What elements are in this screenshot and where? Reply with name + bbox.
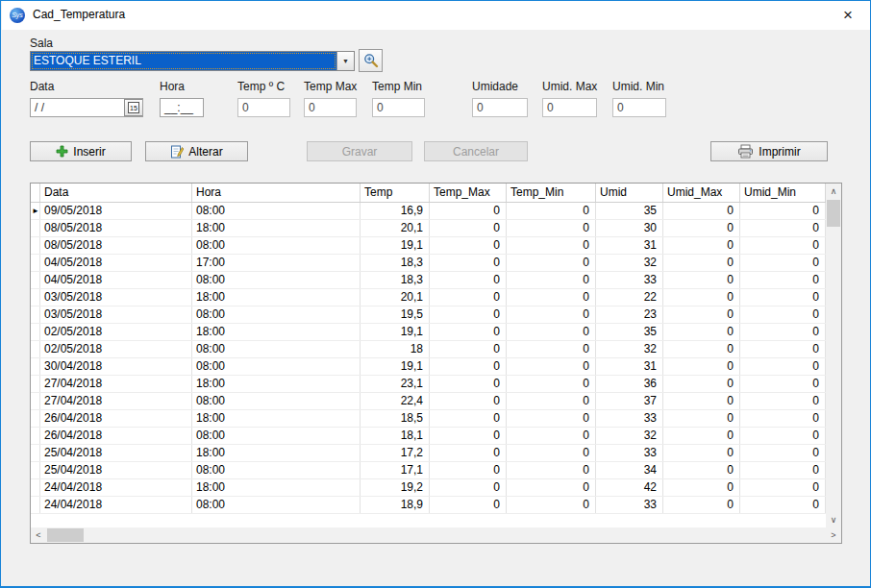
imprimir-label: Imprimir	[759, 145, 800, 159]
temp-min-input[interactable]: 0	[372, 98, 425, 117]
cell-data: 03/05/2018	[40, 289, 192, 306]
cell-hora: 17:00	[192, 255, 361, 271]
combo-dropdown-button[interactable]: ▼	[336, 52, 354, 70]
temp-input[interactable]: 0	[237, 98, 290, 117]
hora-input[interactable]: __:__	[160, 98, 204, 117]
vertical-scroll-thumb[interactable]	[827, 200, 840, 227]
cell-data: 08/05/2018	[40, 237, 192, 254]
cell-umid_min: 0	[740, 445, 826, 461]
temp-max-label: Temp Max	[304, 80, 357, 93]
cell-umid_min: 0	[740, 410, 826, 427]
table-row[interactable]: 27/04/201818:0023,1003600	[31, 376, 841, 393]
indicator-column-header	[31, 184, 40, 202]
row-indicator-cell	[31, 479, 40, 496]
cell-temp_max: 0	[430, 376, 507, 392]
cell-temp: 20,1	[361, 289, 430, 306]
scroll-up-arrow-icon[interactable]: ∧	[826, 184, 841, 199]
table-row[interactable]: 04/05/201817:0018,3003200	[31, 255, 841, 272]
cell-data: 26/04/2018	[40, 410, 192, 427]
cell-data: 08/05/2018	[40, 220, 192, 236]
calendar-button[interactable]: 15	[124, 99, 142, 116]
cell-temp_min: 0	[507, 462, 596, 478]
cell-umid: 32	[596, 428, 663, 444]
row-indicator-cell	[31, 255, 40, 271]
cell-temp_min: 0	[507, 324, 596, 340]
cell-data: 03/05/2018	[40, 306, 192, 323]
cell-temp_max: 0	[430, 445, 507, 461]
umid-max-input[interactable]: 0	[542, 98, 597, 117]
row-indicator-cell	[31, 341, 40, 357]
row-indicator-cell	[31, 410, 40, 427]
table-row[interactable]: 04/05/201808:0018,3003300	[31, 272, 841, 289]
close-button[interactable]: ×	[834, 3, 862, 28]
cell-data: 04/05/2018	[40, 272, 192, 288]
umidade-input[interactable]: 0	[472, 98, 528, 117]
cell-temp_max: 0	[430, 306, 507, 323]
cell-temp: 18,1	[361, 428, 430, 444]
row-indicator-cell	[31, 358, 40, 375]
horizontal-scroll-thumb[interactable]	[47, 528, 84, 542]
table-row[interactable]: 24/04/201818:0019,2004200	[31, 479, 841, 497]
inserir-button[interactable]: Inserir	[30, 141, 132, 161]
alterar-button[interactable]: Alterar	[145, 141, 248, 161]
cell-umid_max: 0	[663, 272, 740, 288]
hora-mask-value: __:__	[164, 101, 193, 114]
cell-umid_min: 0	[740, 272, 826, 288]
scroll-left-arrow-icon[interactable]: <	[31, 527, 46, 543]
cell-umid: 31	[596, 237, 663, 254]
calendar-icon: 15	[128, 102, 139, 113]
horizontal-scrollbar[interactable]: < >	[31, 527, 841, 543]
cell-temp_min: 0	[507, 376, 596, 392]
window-title: Cad_Temperatura	[33, 8, 125, 21]
table-row[interactable]: 26/04/201808:0018,1003200	[31, 428, 841, 445]
column-header-temp_max: Temp_Max	[430, 184, 507, 202]
table-row[interactable]: 08/05/201808:0019,1003100	[31, 237, 841, 255]
scroll-right-arrow-icon[interactable]: >	[826, 527, 841, 543]
row-indicator-cell	[31, 324, 40, 340]
cell-temp: 18	[361, 341, 430, 357]
cell-umid: 32	[596, 341, 663, 357]
data-input[interactable]: / / 15	[30, 98, 143, 117]
titlebar: Sys Cad_Temperatura ×	[2, 1, 870, 30]
table-row[interactable]: 03/05/201808:0019,5002300	[31, 306, 841, 324]
cell-temp: 19,1	[361, 237, 430, 254]
sala-combobox[interactable]: ESTOQUE ESTERIL ▼	[30, 51, 355, 71]
row-indicator-cell	[31, 462, 40, 478]
cell-temp_min: 0	[507, 306, 596, 323]
table-row[interactable]: 25/04/201818:0017,2003300	[31, 445, 841, 462]
cell-temp: 19,1	[361, 324, 430, 340]
scroll-down-arrow-icon[interactable]: ∨	[826, 512, 841, 527]
cell-hora: 08:00	[192, 358, 361, 375]
cell-hora: 18:00	[192, 410, 361, 427]
table-row[interactable]: ►09/05/201808:0016,9003500	[31, 203, 841, 220]
umid-min-input[interactable]: 0	[612, 98, 666, 117]
lookup-button[interactable]	[359, 49, 383, 72]
table-row[interactable]: 02/05/201818:0019,1003500	[31, 324, 841, 341]
table-row[interactable]: 08/05/201818:0020,1003000	[31, 220, 841, 237]
records-grid: DataHoraTempTemp_MaxTemp_MinUmidUmid_Max…	[30, 183, 842, 544]
cell-temp_max: 0	[430, 341, 507, 357]
imprimir-button[interactable]: Imprimir	[710, 141, 828, 161]
table-row[interactable]: 02/05/201808:0018003200	[31, 341, 841, 358]
table-row[interactable]: 30/04/201808:0019,1003100	[31, 358, 841, 376]
cell-temp: 19,2	[361, 479, 430, 496]
sala-label: Sala	[30, 37, 53, 50]
cell-temp_min: 0	[507, 237, 596, 254]
table-row[interactable]: 25/04/201808:0017,1003400	[31, 462, 841, 479]
umid-max-label: Umid. Max	[542, 80, 597, 93]
table-row[interactable]: 03/05/201818:0020,1002200	[31, 289, 841, 306]
cell-hora: 08:00	[192, 428, 361, 444]
cell-temp_max: 0	[430, 289, 507, 306]
table-row[interactable]: 27/04/201808:0022,4003700	[31, 393, 841, 410]
vertical-scrollbar[interactable]: ∧ ∨	[826, 184, 841, 527]
cell-umid_max: 0	[663, 393, 740, 409]
cell-temp_max: 0	[430, 237, 507, 254]
table-row[interactable]: 26/04/201818:0018,5003300	[31, 410, 841, 428]
alterar-label: Alterar	[188, 145, 222, 159]
table-row[interactable]: 24/04/201808:0018,9003300	[31, 497, 841, 514]
cell-umid_max: 0	[663, 237, 740, 254]
temp-max-input[interactable]: 0	[304, 98, 357, 117]
cell-umid: 32	[596, 255, 663, 271]
cell-umid_max: 0	[663, 479, 740, 496]
cell-hora: 08:00	[192, 203, 361, 219]
